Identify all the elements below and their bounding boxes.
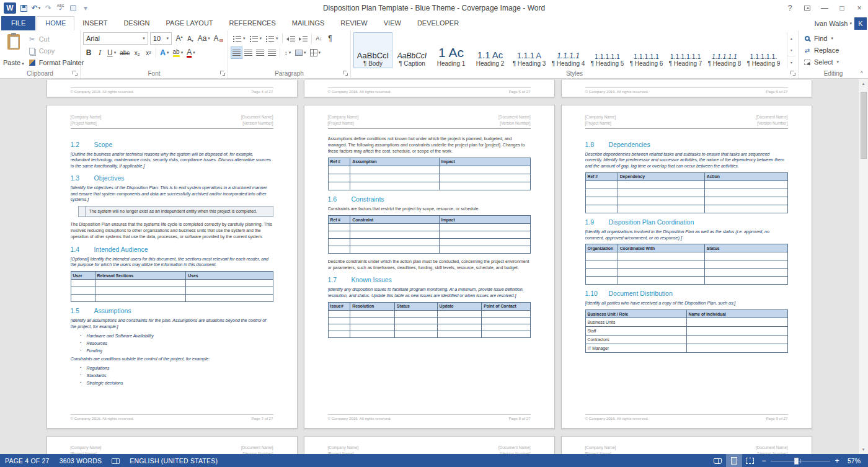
table-cell[interactable] <box>350 310 395 317</box>
styles-dialog-launcher[interactable] <box>790 71 796 76</box>
vertical-scrollbar[interactable]: ▴ ▾ <box>858 79 868 454</box>
table-cell[interactable]: Staff <box>585 327 686 336</box>
text-effects-button[interactable]: A▾ <box>158 47 170 59</box>
style-item-h4[interactable]: 1.1.1.1¶ Heading 4 <box>549 32 588 68</box>
table-cell[interactable] <box>71 287 95 295</box>
undo-icon[interactable]: ↶▾ <box>31 2 41 14</box>
table-cell[interactable] <box>328 224 350 231</box>
table-cell[interactable] <box>95 280 186 287</box>
style-item-h9[interactable]: 1.1.1.1.1.¶ Heading 9 <box>744 32 783 68</box>
table-cell[interactable] <box>704 277 787 285</box>
page-partial-bottom[interactable]: [Company Name][Project Name][Document Na… <box>304 436 555 454</box>
align-left-button[interactable] <box>231 47 242 59</box>
format-painter-button[interactable]: Format Painter <box>26 57 86 68</box>
font-dialog-launcher[interactable] <box>220 71 226 76</box>
justify-button[interactable] <box>266 47 278 59</box>
table-cell[interactable] <box>439 246 530 254</box>
styles-more-icon[interactable]: ▾ <box>787 56 795 68</box>
table-cell[interactable] <box>395 331 437 337</box>
italic-button[interactable]: I <box>94 47 105 59</box>
language-indicator[interactable]: ENGLISH (UNITED STATES) <box>125 454 223 467</box>
table-cell[interactable] <box>328 324 350 331</box>
tab-view[interactable]: VIEW <box>376 16 409 30</box>
proofing-icon[interactable] <box>107 454 125 467</box>
redo-icon[interactable]: ↷ <box>43 2 53 14</box>
help-icon[interactable]: ? <box>781 1 799 15</box>
page-partial-top[interactable]: © Company 2016. All rights reserved.Page… <box>46 80 298 97</box>
table-cell[interactable] <box>350 331 395 337</box>
table-cell[interactable] <box>585 205 618 213</box>
align-center-button[interactable] <box>242 47 254 59</box>
table-cell[interactable]: Contractors <box>585 336 686 344</box>
table-cell[interactable] <box>71 295 95 302</box>
table-cell[interactable] <box>704 252 787 260</box>
table-cell[interactable] <box>482 310 530 317</box>
spelling-grammar-icon[interactable]: ABC✓ <box>56 2 66 14</box>
collapse-ribbon-icon[interactable]: ^ <box>861 70 863 76</box>
copy-button[interactable]: Copy <box>26 45 86 56</box>
zoom-in-button[interactable]: + <box>831 456 843 465</box>
table-cell[interactable] <box>395 310 437 317</box>
zoom-slider[interactable] <box>771 461 830 461</box>
document-page[interactable]: [Company Name][Project Name][Document Na… <box>304 105 555 429</box>
account-dropdown-icon[interactable]: ▾ <box>849 21 852 26</box>
table-cell[interactable] <box>686 336 787 344</box>
table-cell[interactable] <box>186 295 273 302</box>
text-highlight-button[interactable]: ab▾ <box>171 47 185 59</box>
tab-developer[interactable]: DEVELOPER <box>409 16 467 30</box>
style-item-caption[interactable]: AaBbCcI¶ Caption <box>392 32 432 68</box>
table-cell[interactable] <box>618 205 704 213</box>
table-cell[interactable] <box>350 239 439 246</box>
zoom-percentage[interactable]: 57% <box>843 457 864 465</box>
zoom-slider-thumb[interactable] <box>794 458 799 465</box>
close-icon[interactable]: × <box>851 1 868 15</box>
zoom-out-button[interactable]: − <box>758 456 769 465</box>
table-cell[interactable] <box>585 180 618 189</box>
document-page[interactable]: [Company Name][Project Name][Document Na… <box>561 105 812 429</box>
paste-button[interactable]: Paste▾ <box>2 32 25 68</box>
table-cell[interactable] <box>328 174 350 182</box>
ribbon-display-options-icon[interactable] <box>799 1 816 15</box>
table-cell[interactable] <box>618 252 704 260</box>
scroll-up-icon[interactable]: ▴ <box>859 79 868 88</box>
doc-table[interactable]: Ref #ConstraintImpact <box>328 215 531 254</box>
table-cell[interactable] <box>350 166 439 174</box>
table-cell[interactable] <box>95 287 186 295</box>
table-cell[interactable] <box>704 269 787 277</box>
decrease-indent-button[interactable] <box>285 32 297 45</box>
page-indicator[interactable]: PAGE 4 OF 27 <box>0 454 55 467</box>
cut-button[interactable]: ✂Cut <box>26 33 86 45</box>
scrollbar-thumb[interactable] <box>861 92 867 159</box>
page-partial-top[interactable]: © Company 2016. All rights reserved.Page… <box>561 80 812 97</box>
page-content[interactable]: 1.8DependenciesDescribe dependencies bet… <box>585 136 788 415</box>
clear-formatting-button[interactable]: A <box>212 32 226 45</box>
table-cell[interactable] <box>618 260 704 269</box>
table-cell[interactable] <box>686 327 787 336</box>
subscript-button[interactable]: x₂ <box>131 47 143 59</box>
table-cell[interactable] <box>437 324 482 331</box>
customize-qat-icon[interactable]: ▾ <box>81 2 91 14</box>
superscript-button[interactable]: x² <box>143 47 154 59</box>
table-cell[interactable] <box>585 252 618 260</box>
table-cell[interactable] <box>328 231 350 239</box>
table-cell[interactable] <box>704 260 787 269</box>
numbering-button[interactable]: ▾ <box>247 32 264 45</box>
table-cell[interactable] <box>585 197 618 205</box>
table-cell[interactable]: Business Units <box>585 318 686 327</box>
borders-button[interactable]: ▾ <box>308 47 323 59</box>
line-spacing-button[interactable]: ↕▾ <box>282 47 293 59</box>
replace-button[interactable]: ⇄Replace <box>801 45 866 56</box>
document-page[interactable]: [Company Name][Project Name][Document Na… <box>46 105 298 429</box>
doc-table[interactable]: UserRelevant SectionsUses <box>71 271 273 302</box>
style-item-h6[interactable]: 1.1.1.1.1¶ Heading 6 <box>627 32 666 68</box>
table-cell[interactable] <box>437 310 482 317</box>
tab-references[interactable]: REFERENCES <box>221 16 284 30</box>
page-partial-top[interactable]: © Company 2016. All rights reserved.Page… <box>304 80 555 97</box>
clipboard-dialog-launcher[interactable] <box>73 71 78 76</box>
bullets-button[interactable]: ▾ <box>231 32 247 45</box>
table-cell[interactable] <box>482 331 530 337</box>
table-cell[interactable] <box>437 331 482 337</box>
style-item-h7[interactable]: 1.1.1.1.1.1¶ Heading 7 <box>666 32 705 68</box>
table-cell[interactable] <box>395 324 437 331</box>
table-cell[interactable] <box>186 280 273 287</box>
